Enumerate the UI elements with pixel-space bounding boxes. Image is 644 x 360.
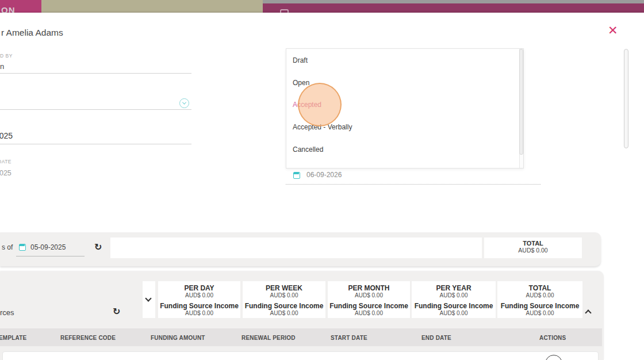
refresh-icon[interactable]: ↻	[94, 243, 102, 252]
screen: ON r Amelia Adams ✕ D BY n 2025 DATE 202…	[0, 0, 644, 360]
expand-toggle-button[interactable]	[143, 281, 155, 318]
stat-total: TOTAL AUD$ 0.00 Funding Source Income AU…	[497, 281, 582, 318]
stat-period-label: TOTAL	[497, 285, 582, 292]
dropdown-scrollbar[interactable]	[519, 49, 523, 168]
header-banner-image	[41, 0, 263, 13]
dropdown-option-cancelled[interactable]: Cancelled	[293, 145, 323, 154]
stat-income-amount: AUD$ 0.00	[497, 310, 582, 317]
stat-amount: AUD$ 0.00	[328, 292, 410, 300]
stat-period-label: PER WEEK	[243, 285, 325, 292]
date-field-value-2[interactable]: 2025	[0, 169, 12, 177]
stat-period-label: PER YEAR	[412, 285, 496, 292]
field-underline	[0, 73, 191, 74]
summary-total-box: TOTAL AUD$ 0.00	[484, 238, 582, 258]
created-by-value: n	[0, 62, 4, 71]
end-date-field[interactable]: 06-09-2026	[286, 170, 540, 185]
vertical-scrollbar[interactable]	[624, 49, 628, 148]
column-header-start-date: START DATE	[331, 335, 367, 341]
field-underline	[0, 109, 191, 110]
column-header-reference-code: REFERENCE CODE	[60, 335, 116, 341]
summary-bar: s of 05-09-2025 ↻ TOTAL AUD$ 0.00	[0, 232, 601, 266]
date-field-value[interactable]: 2025	[0, 131, 13, 140]
stat-income-amount: AUD$ 0.00	[243, 310, 325, 317]
dropdown-option-open[interactable]: Open	[293, 79, 309, 87]
app-logo: ON	[0, 0, 41, 13]
stat-income-label: Funding Source Income	[412, 302, 496, 311]
dialog-title: r Amelia Adams	[1, 28, 63, 38]
status-dropdown-list: Draft Open Accepted Accepted - Verbally …	[286, 48, 524, 168]
column-header-funding-amount: FUNDING AMOUNT	[151, 335, 205, 341]
as-of-label: s of	[2, 243, 13, 251]
total-value: AUD$ 0.00	[484, 247, 582, 254]
calendar-icon	[19, 244, 26, 251]
date-label: DATE	[0, 159, 12, 164]
funding-sources-section: rces ↻ PER DAY AUD$ 0.00 Funding Source …	[0, 271, 604, 360]
end-date-value: 06-09-2026	[306, 171, 342, 179]
funding-sources-title: rces	[0, 308, 14, 317]
summary-input[interactable]	[110, 238, 482, 258]
stat-amount: AUD$ 0.00	[497, 292, 582, 300]
stat-per-week: PER WEEK AUD$ 0.00 Funding Source Income…	[243, 281, 325, 318]
stat-income-label: Funding Source Income	[328, 302, 410, 311]
column-header-template: EMPLATE	[0, 335, 26, 341]
column-header-renewal-period: RENEWAL PERIOD	[241, 335, 296, 341]
stat-period-label: PER DAY	[158, 285, 240, 292]
refresh-icon[interactable]: ↻	[113, 307, 120, 316]
stat-amount: AUD$ 0.00	[158, 292, 240, 300]
created-by-label: D BY	[0, 53, 13, 59]
stat-income-label: Funding Source Income	[158, 302, 240, 311]
total-label: TOTAL	[484, 240, 582, 247]
stat-income-label: Funding Source Income	[497, 302, 582, 311]
chevron-down-icon	[145, 295, 151, 301]
stat-amount: AUD$ 0.00	[243, 292, 325, 300]
stat-per-year: PER YEAR AUD$ 0.00 Funding Source Income…	[412, 281, 496, 318]
dropdown-option-accepted[interactable]: Accepted	[293, 101, 321, 109]
app-logo-text: ON	[1, 5, 16, 13]
row-action-button[interactable]	[545, 355, 562, 360]
stat-income-amount: AUD$ 0.00	[328, 310, 410, 317]
column-header-end-date: END DATE	[421, 335, 451, 341]
stat-income-amount: AUD$ 0.00	[158, 310, 240, 317]
as-of-date-field[interactable]: 05-09-2025	[30, 243, 66, 251]
close-icon[interactable]: ✕	[608, 24, 618, 36]
field-underline	[16, 256, 85, 256]
dropdown-option-draft[interactable]: Draft	[293, 56, 308, 64]
chevron-up-icon[interactable]	[585, 309, 591, 316]
stat-income-amount: AUD$ 0.00	[412, 310, 496, 317]
stat-income-label: Funding Source Income	[243, 302, 325, 311]
header-magenta-bar	[263, 3, 644, 13]
calendar-icon	[293, 172, 300, 179]
table-row	[2, 351, 599, 360]
dialog: r Amelia Adams ✕ D BY n 2025 DATE 2025 D…	[0, 13, 644, 360]
field-underline	[0, 144, 191, 144]
stat-per-day: PER DAY AUD$ 0.00 Funding Source Income …	[158, 281, 240, 318]
select-chevron-icon[interactable]	[179, 98, 189, 108]
funding-table-header: EMPLATE REFERENCE CODE FUNDING AMOUNT RE…	[0, 328, 602, 346]
dropdown-option-accepted-verbally[interactable]: Accepted - Verbally	[293, 123, 352, 131]
stat-per-month: PER MONTH AUD$ 0.00 Funding Source Incom…	[328, 281, 410, 318]
column-header-actions: ACTIONS	[539, 335, 566, 341]
stat-period-label: PER MONTH	[328, 285, 410, 292]
app-header-background: ON	[0, 0, 644, 13]
stat-amount: AUD$ 0.00	[412, 292, 496, 300]
